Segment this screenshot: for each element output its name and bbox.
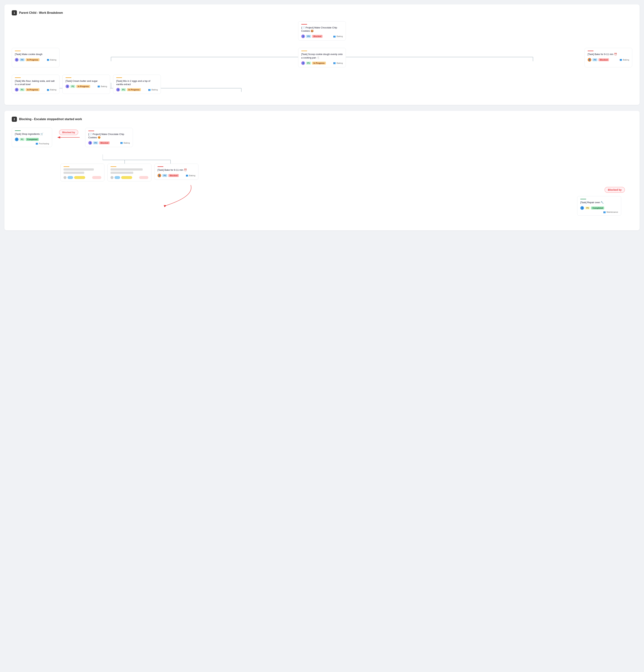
s2-bake-card[interactable]: [Task] Bake for 9-11 min ⏰ 👤 P0 Blocked … — [154, 164, 198, 180]
s2-blurred-pink — [92, 176, 101, 179]
s2-project-meta: 👤 P0 Blocked 👥 Baking — [88, 141, 130, 145]
s2-blurred-line3 — [110, 168, 143, 170]
s1-l2-priority-0: P1 — [20, 88, 25, 91]
s1-l2-avatar-2: 👤 — [116, 88, 120, 92]
s2-blurred-blue2 — [115, 176, 120, 179]
s1-l2-team-1: 👥 Baking — [97, 85, 107, 87]
s1-l1-avatar-0: 👤 — [15, 58, 19, 62]
s2-repair-team: 👥 Maintenance — [603, 211, 618, 213]
s2-repair-priority: P2 — [585, 206, 590, 209]
s2-shop-card[interactable]: [Task] Shop ingredients 🛒 👤 P1 Completed… — [12, 128, 52, 147]
s2-blocked-by-connector: Blocked by — [52, 135, 85, 140]
s2-blurred-meta-0 — [63, 176, 101, 179]
s2-repair-card[interactable]: [Task] Repair oven 🔧 👤 P2 Completed 👥 Ma… — [577, 196, 621, 216]
s1-l2-card-1[interactable]: [Task] Cream butter and sugar 👤 P1 In Pr… — [62, 75, 110, 94]
s1-root-title: [📄 Project] Make Chocolate Chip Cookies … — [301, 26, 343, 33]
s1-root-avatar: 👤 — [301, 35, 305, 38]
s1-l1-team-1: 👥 Baking — [333, 62, 343, 64]
s2-repair-title: [Task] Repair oven 🔧 — [580, 201, 618, 204]
s2-blurred-pink2 — [139, 176, 148, 179]
s2-diagram: [Task] Shop ingredients 🛒 👤 P1 Completed… — [12, 128, 632, 223]
s1-root-row: [📄 Project] Make Chocolate Chip Cookies … — [12, 21, 632, 40]
s2-blurred-line2 — [63, 172, 84, 174]
s2-blocked-by-2-area: Blocked by — [60, 185, 632, 207]
s1-l2-status-2: In Progress — [127, 88, 141, 91]
s2-blocked-by-label2: Blocked by — [605, 187, 625, 193]
s1-l1-status-1: In Progress — [312, 62, 326, 64]
s1-level1-row: [Task] Make cookie dough 👤 P0 In Progres… — [12, 48, 632, 67]
s2-blurred-meta-1 — [110, 176, 148, 179]
s2-top-row: [Task] Shop ingredients 🛒 👤 P1 Completed… — [12, 128, 632, 147]
s2-project-accent — [88, 131, 94, 131]
s1-l1-team-2: 👥 Baking — [620, 59, 629, 61]
s2-bake-accent — [157, 166, 163, 167]
s2-shop-meta: 👤 P1 Completed 👥 Purchasing — [15, 137, 49, 145]
s1-l2-title-1: [Task] Cream butter and sugar — [66, 80, 107, 83]
s2-shop-team: 👥 Purchasing — [36, 142, 49, 145]
s1-level2-row: [Task] Mix flour, baking soda, and salt … — [12, 75, 632, 94]
s1-l2-priority-2: P1 — [121, 88, 126, 91]
s2-project-title: [📄 Project] Make Chocolate Chip Cookies … — [88, 133, 130, 139]
s1-l2-avatar-0: 👤 — [15, 88, 19, 92]
s2-bake-priority: P0 — [162, 174, 167, 177]
s1-l2-meta-1: 👤 P1 In Progress 👥 Baking — [66, 85, 107, 88]
s2-project-avatar: 👤 — [88, 141, 92, 145]
s2-project-team: 👥 Baking — [120, 142, 130, 144]
s2-blurred-card-1[interactable] — [107, 164, 151, 181]
s2-repair-status: Completed — [591, 206, 604, 209]
s2-arrow-svg — [54, 135, 83, 140]
s2-blurred-card-0[interactable] — [60, 164, 104, 181]
s1-l2-status-1: In Progress — [77, 85, 90, 88]
s1-l1-accent-1 — [301, 51, 307, 51]
section-2: 2 Blocking - Escalate stopped/not starte… — [4, 111, 640, 230]
s1-l2-accent-1 — [66, 77, 71, 78]
s2-blurred-circle2 — [110, 176, 114, 179]
s2-blurred-yellow — [74, 176, 85, 179]
s1-l1-status-0: In Progress — [26, 58, 39, 61]
s1-l2-team-2: 👥 Baking — [148, 88, 158, 91]
s1-l1-card-1[interactable]: [Task] Scoop cookie dough evenly onto a … — [298, 48, 346, 67]
s1-root-team: 👥 Baking — [333, 35, 343, 38]
s1-l2-title-2: [Task] Mix in 2 eggs and a tsp of vanill… — [116, 80, 158, 86]
s1-l1-accent-0 — [15, 51, 21, 51]
s2-repair-meta: 👤 P2 Completed 👥 Maintenance — [580, 206, 618, 213]
s1-l1-status-2: Blocked — [598, 58, 609, 61]
s1-l2-card-2[interactable]: [Task] Mix in 2 eggs and a tsp of vanill… — [113, 75, 161, 94]
s1-l2-team-0: 👥 Baking — [47, 88, 56, 91]
s2-blurred-accent-1 — [110, 166, 116, 167]
s1-l2-accent-2 — [116, 77, 122, 78]
s1-root-meta: 👤 P0 Blocked 👥 Baking — [301, 35, 343, 38]
s1-root-accent — [301, 24, 307, 25]
s1-l1-accent-2 — [588, 51, 594, 51]
s1-l1-team-0: 👥 Baking — [47, 59, 56, 61]
s2-blocked-by-label: Blocked by — [59, 130, 78, 135]
s2-bake-team: 👥 Baking — [186, 174, 195, 177]
s1-l2-meta-0: 👤 P1 In Progress 👥 Baking — [15, 88, 56, 92]
s2-level-connector-svg — [103, 154, 213, 164]
s1-l1-meta-1: 👤 P1 In Progress 👥 Baking — [301, 61, 343, 65]
section-2-title: Blocking - Escalate stopped/not started … — [19, 118, 82, 121]
s1-l1-priority-0: P0 — [20, 58, 25, 61]
s1-l1-card-0[interactable]: [Task] Make cookie dough 👤 P0 In Progres… — [12, 48, 59, 67]
s2-blocked-arrow-svg — [60, 185, 200, 207]
s2-repair-accent — [580, 199, 586, 199]
s2-blurred-circle — [63, 176, 67, 179]
s1-l1-title-1: [Task] Scoop cookie dough evenly onto a … — [301, 53, 343, 59]
s1-l2-title-0: [Task] Mix flour, baking soda, and salt … — [15, 80, 56, 86]
s2-blurred-accent-0 — [63, 166, 69, 167]
s1-root-status: Blocked — [312, 35, 323, 38]
s1-root-card[interactable]: [📄 Project] Make Chocolate Chip Cookies … — [298, 21, 346, 40]
s2-project-card[interactable]: [📄 Project] Make Chocolate Chip Cookies … — [85, 128, 133, 147]
s2-project-status: Blocked — [99, 141, 109, 144]
s2-vert-connector — [86, 154, 632, 164]
section-1-header: 1 Parent Child - Work Breakdown — [12, 10, 632, 15]
s1-l1-avatar-1: 👤 — [301, 61, 305, 65]
s1-l2-meta-2: 👤 P1 In Progress 👥 Baking — [116, 88, 158, 92]
s1-l2-card-0[interactable]: [Task] Mix flour, baking soda, and salt … — [12, 75, 59, 94]
s1-l2-priority-1: P1 — [70, 85, 75, 88]
s1-l1-priority-2: P0 — [593, 58, 597, 61]
s1-l1-avatar-2: 👤 — [588, 58, 591, 62]
s1-l1-card-2[interactable]: [Task] Bake for 9-11 min ⏰ 👤 P0 Blocked … — [585, 48, 632, 67]
section-1-title: Parent Child - Work Breakdown — [19, 11, 63, 14]
s1-l1-meta-2: 👤 P0 Blocked 👥 Baking — [588, 58, 629, 62]
